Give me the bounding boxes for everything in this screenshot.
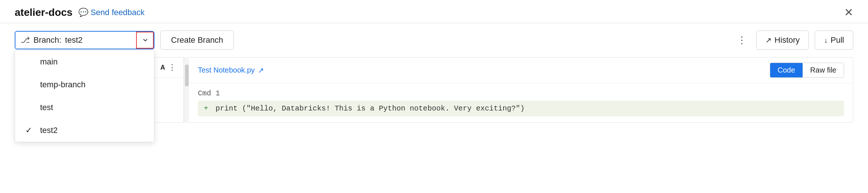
dropdown-item-test2[interactable]: ✓ test2 (15, 119, 154, 142)
branch-prefix: Branch: (33, 35, 61, 45)
branch-icon: ⎇ (21, 35, 30, 45)
letter-badge: A (160, 64, 165, 71)
dropdown-item-temp-branch[interactable]: temp-branch (15, 73, 154, 96)
pull-label: Pull (830, 35, 844, 45)
code-toggle-button[interactable]: Code (770, 63, 803, 77)
toolbar: ⎇ Branch: test2 main temp-branch (0, 23, 868, 50)
feedback-icon: 💬 (78, 8, 88, 17)
notebook-link[interactable]: Test Notebook.py ↗ (198, 66, 264, 75)
plus-sign: + (204, 104, 208, 113)
history-icon: ↗ (765, 36, 772, 45)
top-bar: atelier-docs 💬 Send feedback ✕ (0, 0, 868, 23)
close-button[interactable]: ✕ (844, 7, 853, 18)
selected-check-icon: ✓ (25, 126, 34, 135)
check-placeholder (25, 103, 34, 112)
code-content: print ("Hello, Databricks! This is a Pyt… (216, 104, 524, 113)
raw-file-toggle-button[interactable]: Raw file (803, 63, 844, 77)
create-branch-button[interactable]: Create Branch (160, 31, 234, 50)
branch-dropdown-button[interactable] (136, 32, 154, 49)
notebook-name: Test Notebook.py (198, 66, 255, 74)
code-viewer-panel: Test Notebook.py ↗ Code Raw file Cmd 1 +… (189, 57, 853, 123)
more-options-button[interactable]: ⋮ (733, 32, 750, 48)
dropdown-item-main[interactable]: main (15, 50, 154, 73)
branch-selector-wrapper: ⎇ Branch: test2 main temp-branch (15, 31, 154, 49)
scroll-area[interactable] (184, 57, 189, 123)
check-placeholder (25, 80, 34, 90)
branch-input[interactable]: ⎇ Branch: test2 (15, 32, 136, 49)
send-feedback-link[interactable]: 💬 Send feedback (78, 8, 145, 17)
top-bar-left: atelier-docs 💬 Send feedback (15, 7, 145, 18)
history-label: History (775, 35, 800, 45)
dropdown-item-test[interactable]: test (15, 96, 154, 119)
branch-value: test2 (65, 35, 83, 45)
branch-input-row: ⎇ Branch: test2 (15, 31, 154, 49)
code-header: Test Notebook.py ↗ Code Raw file (189, 57, 853, 83)
dropdown-item-label: main (40, 57, 144, 67)
file-more-options[interactable]: ⋮ (168, 63, 176, 72)
app-title: atelier-docs (15, 7, 72, 18)
code-body: Cmd 1 + print ("Hello, Databricks! This … (189, 83, 853, 122)
check-placeholder (25, 57, 34, 67)
history-button[interactable]: ↗ History (756, 31, 809, 50)
scroll-thumb (185, 64, 189, 87)
dropdown-item-label: test (40, 103, 144, 112)
file-actions: A ⋮ (160, 63, 176, 72)
cmd-label: Cmd 1 (198, 89, 844, 98)
chevron-down-icon (142, 37, 149, 43)
external-link-icon: ↗ (258, 66, 264, 75)
code-line: + print ("Hello, Databricks! This is a P… (198, 101, 844, 116)
feedback-label: Send feedback (90, 8, 145, 17)
code-view-toggle: Code Raw file (770, 63, 844, 78)
pull-button[interactable]: ↓ Pull (815, 31, 853, 50)
pull-icon: ↓ (824, 36, 828, 45)
dropdown-item-label: temp-branch (40, 80, 144, 90)
dropdown-item-label: test2 (40, 126, 144, 135)
branch-dropdown-menu: main temp-branch test ✓ test2 (15, 50, 154, 142)
